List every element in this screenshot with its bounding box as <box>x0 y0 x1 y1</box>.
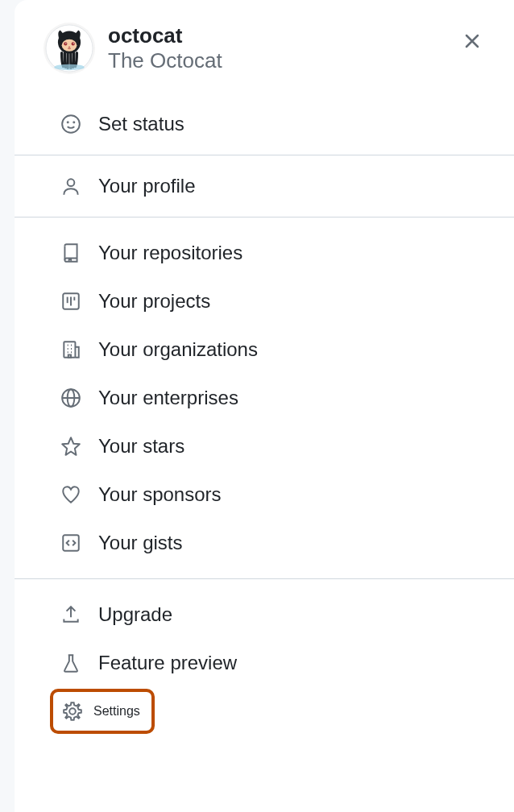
gap <box>15 218 514 229</box>
close-button[interactable] <box>456 26 488 58</box>
menu-header: octocat The Octocat <box>15 23 514 93</box>
gap <box>15 579 514 590</box>
svg-point-4 <box>64 42 67 45</box>
profile-label: Your profile <box>98 175 196 197</box>
svg-point-10 <box>62 115 80 133</box>
svg-rect-29 <box>63 535 79 551</box>
repositories-item[interactable]: Your repositories <box>15 229 514 277</box>
star-icon <box>60 435 82 458</box>
set-status-label: Set status <box>98 113 184 135</box>
feature-preview-item[interactable]: Feature preview <box>15 639 514 687</box>
svg-point-5 <box>72 42 75 45</box>
user-menu-panel: octocat The Octocat Set status <box>15 0 514 812</box>
stars-label: Your stars <box>98 435 184 458</box>
svg-point-12 <box>73 122 74 122</box>
gear-icon <box>61 700 84 723</box>
svg-point-3 <box>62 39 77 52</box>
svg-point-8 <box>68 47 70 48</box>
code-square-icon <box>60 532 82 554</box>
projects-item[interactable]: Your projects <box>15 277 514 325</box>
upgrade-label: Upgrade <box>98 603 172 626</box>
sponsors-label: Your sponsors <box>98 483 222 506</box>
profile-item[interactable]: Your profile <box>15 155 514 217</box>
svg-point-11 <box>68 122 68 122</box>
beaker-icon <box>60 652 82 674</box>
heart-icon <box>60 483 82 506</box>
gists-label: Your gists <box>98 532 183 554</box>
user-info: octocat The Octocat <box>108 23 456 73</box>
svg-point-30 <box>69 708 76 715</box>
svg-point-13 <box>68 179 75 186</box>
gap <box>15 567 514 578</box>
username: octocat <box>108 23 456 48</box>
project-icon <box>60 290 82 313</box>
feature-preview-label: Feature preview <box>98 652 237 674</box>
globe-icon <box>60 387 82 409</box>
avatar[interactable] <box>44 23 95 74</box>
settings-item[interactable]: Settings <box>50 689 155 734</box>
enterprises-label: Your enterprises <box>98 387 238 409</box>
display-name: The Octocat <box>108 48 456 73</box>
settings-label: Settings <box>93 704 140 719</box>
set-status-item[interactable]: Set status <box>15 93 514 155</box>
svg-point-7 <box>73 43 74 44</box>
svg-point-6 <box>65 43 66 44</box>
upload-icon <box>60 603 82 626</box>
sponsors-item[interactable]: Your sponsors <box>15 470 514 519</box>
stars-item[interactable]: Your stars <box>15 422 514 470</box>
close-icon <box>462 31 482 51</box>
repositories-label: Your repositories <box>98 242 242 264</box>
organizations-label: Your organizations <box>98 338 258 361</box>
svg-rect-25 <box>68 355 71 358</box>
smiley-icon <box>60 113 82 135</box>
person-icon <box>60 175 82 197</box>
svg-point-9 <box>54 64 85 71</box>
organization-icon <box>60 338 82 361</box>
octocat-avatar-icon <box>45 24 93 72</box>
upgrade-item[interactable]: Upgrade <box>15 590 514 639</box>
gists-item[interactable]: Your gists <box>15 519 514 567</box>
organizations-item[interactable]: Your organizations <box>15 325 514 374</box>
enterprises-item[interactable]: Your enterprises <box>15 374 514 422</box>
projects-label: Your projects <box>98 290 210 313</box>
repo-icon <box>60 242 82 264</box>
